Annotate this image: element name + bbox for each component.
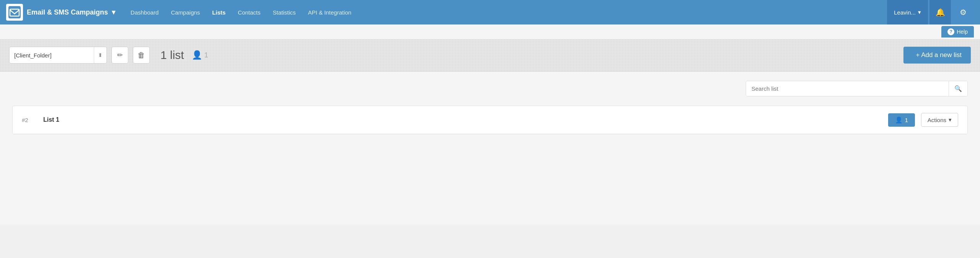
user-button[interactable]: Leavin... ▾ [887, 0, 928, 24]
folder-select-arrow-icon[interactable]: ⬍ [94, 47, 106, 63]
contacts-badge-icon: 👤 [895, 116, 903, 124]
nav-api[interactable]: API & Integration [308, 9, 351, 16]
list-count-label: 1 list [160, 49, 184, 62]
search-button[interactable]: 🔍 [949, 81, 967, 96]
delete-icon: 🗑 [137, 51, 145, 60]
contacts-badge-count: 1 [905, 117, 908, 123]
row-contacts-badge: 👤 1 [888, 113, 915, 127]
delete-folder-button[interactable]: 🗑 [133, 47, 150, 64]
row-name: List 1 [43, 116, 882, 123]
brand: Email & SMS Campaigns ▾ [6, 4, 115, 21]
toolbar-contacts: 👤 1 [192, 50, 208, 60]
folder-select-wrap: [Client_Folder] ⬍ [9, 47, 107, 64]
edit-folder-button[interactable]: ✏ [111, 47, 128, 64]
table-row: #2 List 1 👤 1 Actions ▾ [13, 106, 967, 134]
row-number: #2 [22, 117, 37, 123]
search-input-wrap: 🔍 [746, 81, 968, 96]
nav-dashboard[interactable]: Dashboard [131, 9, 158, 16]
main-nav: Dashboard Campaigns Lists Contacts Stati… [131, 9, 887, 16]
nav-contacts[interactable]: Contacts [238, 9, 260, 16]
nav-statistics[interactable]: Statistics [273, 9, 296, 16]
add-list-label: + Add a new list [916, 51, 962, 59]
help-label: Help [957, 29, 968, 35]
folder-select[interactable]: [Client_Folder] [10, 48, 94, 62]
contacts-count: 1 [204, 51, 208, 59]
settings-button[interactable]: ⚙ [952, 0, 974, 24]
nav-campaigns[interactable]: Campaigns [171, 9, 200, 16]
contacts-icon: 👤 [192, 50, 202, 60]
nav-lists[interactable]: Lists [212, 9, 225, 16]
navbar: Email & SMS Campaigns ▾ Dashboard Campai… [0, 0, 980, 24]
help-bar: ? Help [0, 24, 980, 39]
navbar-right: Leavin... ▾ 🔔 ⚙ [887, 0, 974, 24]
actions-label: Actions [928, 117, 946, 123]
actions-dropdown-arrow: ▾ [949, 116, 952, 123]
search-icon: 🔍 [954, 85, 962, 92]
brand-icon [6, 4, 23, 21]
notifications-button[interactable]: 🔔 [929, 0, 951, 24]
actions-button[interactable]: Actions ▾ [921, 113, 958, 127]
brand-name: Email & SMS Campaigns [27, 8, 108, 16]
toolbar: [Client_Folder] ⬍ ✏ 🗑 1 list 👤 1 + Add a… [0, 39, 980, 72]
user-label: Leavin... [894, 9, 916, 16]
main-content: 🔍 #2 List 1 👤 1 Actions ▾ [0, 72, 980, 225]
search-bar: 🔍 [12, 81, 968, 96]
brand-dropdown-arrow[interactable]: ▾ [112, 8, 115, 16]
list-table: #2 List 1 👤 1 Actions ▾ [12, 106, 968, 134]
bell-icon: 🔔 [936, 8, 945, 17]
help-icon: ? [947, 28, 954, 35]
add-list-button[interactable]: + Add a new list [903, 47, 971, 64]
user-dropdown-arrow: ▾ [918, 9, 921, 16]
edit-icon: ✏ [117, 51, 123, 59]
help-button[interactable]: ? Help [941, 26, 974, 38]
search-input[interactable] [746, 82, 949, 96]
gear-icon: ⚙ [960, 8, 967, 17]
